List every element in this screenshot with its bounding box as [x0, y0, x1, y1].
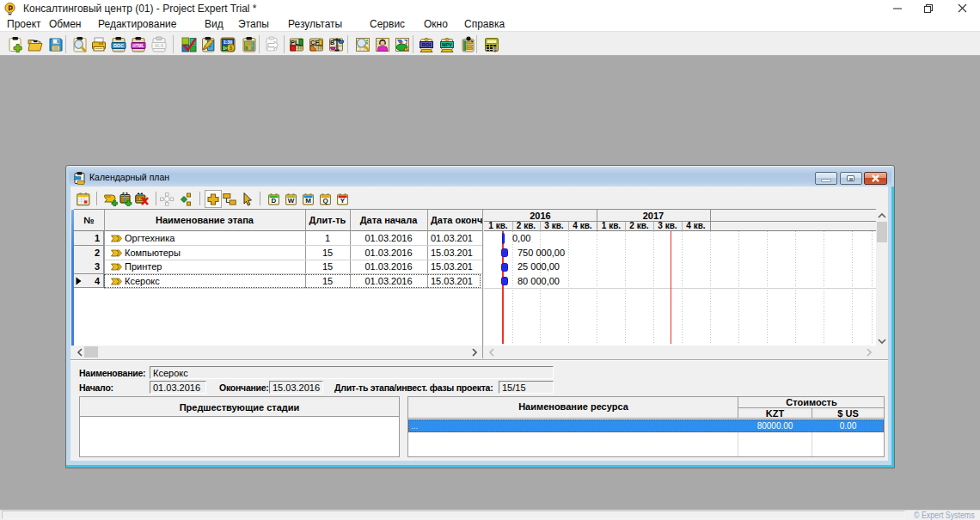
svg-text:W: W	[288, 197, 295, 205]
svg-text:D: D	[272, 197, 277, 205]
svg-text:ROI: ROI	[422, 42, 432, 47]
svg-text:Y: Y	[340, 197, 346, 205]
svg-text:Q: Q	[322, 197, 328, 205]
svg-text:DOC: DOC	[113, 43, 124, 48]
svg-text:$: $	[230, 45, 233, 52]
svg-text:NPV: NPV	[442, 42, 452, 47]
svg-text:HTML: HTML	[132, 44, 144, 48]
svg-text:M: M	[305, 197, 311, 205]
svg-text:XLS: XLS	[155, 43, 164, 48]
svg-text:1:30: 1:30	[224, 40, 232, 45]
